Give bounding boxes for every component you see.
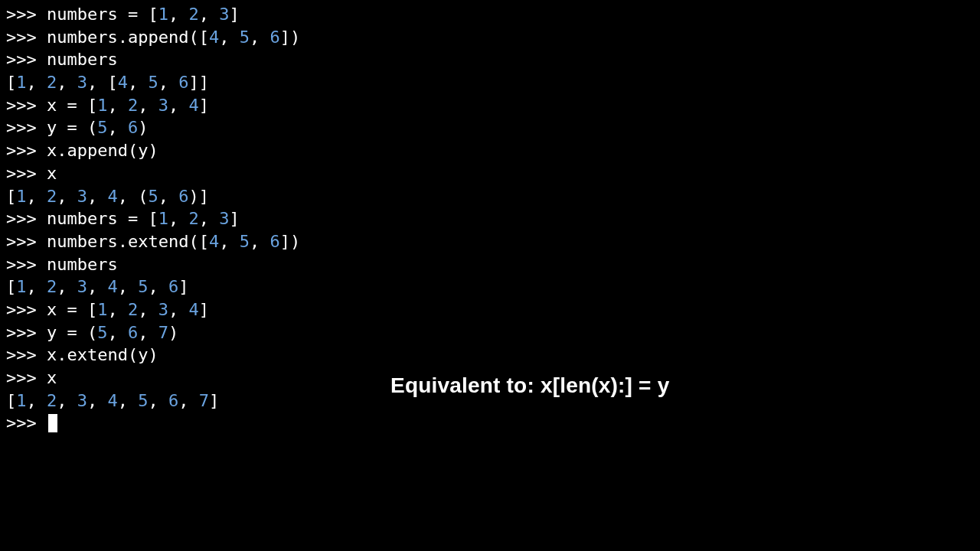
- number-literal: 5: [97, 118, 107, 137]
- repl-output: [1, 2, 3, 4, (5, 6)]: [6, 187, 209, 206]
- repl-code: x: [47, 164, 57, 183]
- repl-code: y = (5, 6): [47, 118, 148, 137]
- repl-prompt: >>>: [6, 345, 47, 364]
- number-literal: 6: [128, 118, 138, 137]
- repl-prompt: >>>: [6, 323, 47, 342]
- number-literal: 2: [128, 96, 138, 115]
- repl-code: x = [1, 2, 3, 4]: [47, 300, 209, 319]
- repl-prompt: >>>: [6, 255, 47, 274]
- number-literal: 5: [138, 391, 148, 410]
- number-literal: 7: [158, 323, 168, 342]
- number-literal: 6: [168, 277, 178, 296]
- number-literal: 1: [16, 277, 26, 296]
- number-literal: 1: [16, 73, 26, 92]
- repl-prompt: >>>: [6, 141, 47, 160]
- number-literal: 4: [108, 391, 118, 410]
- number-literal: 2: [188, 209, 198, 228]
- number-literal: 4: [188, 96, 198, 115]
- repl-input-line: >>>: [6, 412, 974, 435]
- repl-code: numbers: [47, 255, 118, 274]
- cursor: [48, 414, 57, 432]
- repl-code: numbers = [1, 2, 3]: [47, 5, 240, 24]
- repl-input-line: >>> numbers: [6, 253, 974, 276]
- number-literal: 3: [158, 300, 168, 319]
- repl-code: y = (5, 6, 7): [47, 323, 178, 342]
- number-literal: 5: [149, 73, 158, 92]
- repl-output-line: [1, 2, 3, 4, (5, 6)]: [6, 185, 974, 208]
- repl-input-line: >>> y = (5, 6): [6, 116, 974, 139]
- repl-code: x: [47, 368, 57, 387]
- number-literal: 3: [158, 96, 168, 115]
- number-literal: 2: [47, 73, 57, 92]
- number-literal: 4: [108, 277, 118, 296]
- number-literal: 4: [209, 232, 219, 251]
- number-literal: 1: [158, 5, 168, 24]
- number-literal: 2: [47, 277, 57, 296]
- repl-input-line: >>> x: [6, 162, 974, 185]
- number-literal: 4: [209, 28, 219, 47]
- number-literal: 6: [168, 391, 178, 410]
- number-literal: 6: [270, 232, 279, 251]
- annotation-text: Equivalent to: x[len(x):] = y: [390, 371, 669, 400]
- repl-prompt: >>>: [6, 368, 47, 387]
- number-literal: 3: [77, 187, 87, 206]
- number-literal: 4: [188, 300, 198, 319]
- number-literal: 6: [178, 73, 188, 92]
- number-literal: 3: [219, 5, 229, 24]
- repl-code: numbers.extend([4, 5, 6]): [47, 232, 300, 251]
- number-literal: 7: [199, 391, 209, 410]
- repl-code: x.append(y): [47, 141, 158, 160]
- repl-input-line: >>> numbers = [1, 2, 3]: [6, 207, 974, 230]
- repl-prompt: >>>: [6, 300, 47, 319]
- repl-code: numbers: [47, 50, 118, 69]
- repl-code: x = [1, 2, 3, 4]: [47, 96, 209, 115]
- repl-output: [1, 2, 3, 4, 5, 6, 7]: [6, 391, 219, 410]
- repl-input-line: >>> x.append(y): [6, 139, 974, 162]
- number-literal: 2: [188, 5, 198, 24]
- repl-prompt: >>>: [6, 232, 47, 251]
- number-literal: 6: [178, 187, 188, 206]
- number-literal: 2: [47, 187, 57, 206]
- repl-input-line: >>> x = [1, 2, 3, 4]: [6, 94, 974, 117]
- number-literal: 4: [108, 187, 118, 206]
- repl-code: numbers = [1, 2, 3]: [47, 209, 240, 228]
- repl-input-line: >>> x.extend(y): [6, 344, 974, 367]
- repl-input-line: >>> x = [1, 2, 3, 4]: [6, 298, 974, 321]
- repl-output: [1, 2, 3, 4, 5, 6]: [6, 277, 189, 296]
- repl-output-line: [1, 2, 3, 4, 5, 6]: [6, 276, 974, 298]
- repl-prompt: >>>: [6, 28, 47, 47]
- number-literal: 2: [47, 391, 57, 410]
- repl-prompt: >>>: [6, 209, 47, 228]
- repl-input-line: >>> numbers.append([4, 5, 6]): [6, 26, 974, 49]
- number-literal: 4: [118, 73, 128, 92]
- number-literal: 5: [138, 277, 148, 296]
- number-literal: 1: [97, 300, 107, 319]
- repl-prompt: >>>: [6, 50, 47, 69]
- repl-output: [1, 2, 3, [4, 5, 6]]: [6, 73, 209, 92]
- repl-prompt: >>>: [6, 118, 47, 137]
- repl-prompt: >>>: [6, 5, 47, 24]
- repl-prompt: >>>: [6, 96, 47, 115]
- repl-output-line: [1, 2, 3, [4, 5, 6]]: [6, 71, 974, 94]
- repl-input-line: >>> numbers: [6, 48, 974, 71]
- repl-input-line: >>> numbers = [1, 2, 3]: [6, 3, 974, 26]
- number-literal: 3: [77, 277, 87, 296]
- number-literal: 1: [97, 96, 107, 115]
- number-literal: 5: [97, 323, 107, 342]
- number-literal: 3: [219, 209, 229, 228]
- number-literal: 2: [128, 300, 138, 319]
- number-literal: 5: [240, 28, 250, 47]
- number-literal: 3: [77, 73, 87, 92]
- repl-input-line: >>> numbers.extend([4, 5, 6]): [6, 230, 974, 253]
- number-literal: 1: [16, 391, 26, 410]
- number-literal: 5: [149, 187, 158, 206]
- number-literal: 6: [128, 323, 138, 342]
- repl-input-line: >>> y = (5, 6, 7): [6, 321, 974, 344]
- number-literal: 1: [158, 209, 168, 228]
- repl-prompt: >>>: [6, 164, 47, 183]
- number-literal: 5: [240, 232, 250, 251]
- number-literal: 6: [270, 28, 279, 47]
- repl-prompt: >>>: [6, 413, 47, 432]
- repl-code: numbers.append([4, 5, 6]): [47, 28, 300, 47]
- repl-code: x.extend(y): [47, 345, 158, 364]
